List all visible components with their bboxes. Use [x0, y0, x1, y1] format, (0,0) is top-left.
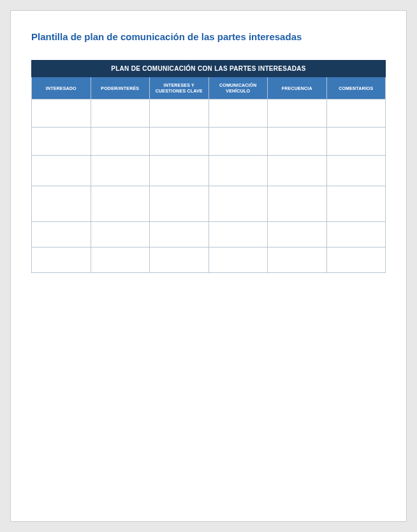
table-cell[interactable] — [91, 222, 150, 248]
col-header-frecuencia: FRECUENCIA — [268, 77, 327, 100]
table-row — [32, 248, 386, 273]
table-cell[interactable] — [268, 100, 327, 128]
table-cell[interactable] — [326, 156, 386, 186]
document-page: Plantilla de plan de comunicación de las… — [10, 10, 407, 522]
table-cell[interactable] — [326, 248, 386, 273]
table-cell[interactable] — [268, 222, 327, 248]
table-cell[interactable] — [91, 156, 150, 186]
table-cell[interactable] — [150, 248, 209, 273]
table-cell[interactable] — [91, 186, 150, 222]
table-container: PLAN DE COMUNICACIÓN CON LAS PARTES INTE… — [31, 60, 386, 273]
table-cell[interactable] — [91, 128, 150, 156]
table-row — [32, 100, 386, 128]
col-header-comunicacion-vehiculo: COMUNICACIÓN VEHÍCULO — [208, 77, 268, 100]
table-column-header-row: INTERESADO PODER/INTERÉS INTERESES Y CUE… — [32, 77, 386, 100]
table-cell[interactable] — [326, 128, 386, 156]
table-cell[interactable] — [91, 248, 150, 273]
table-cell[interactable] — [208, 156, 268, 186]
table-cell[interactable] — [208, 222, 268, 248]
table-cell[interactable] — [150, 128, 209, 156]
table-cell[interactable] — [32, 100, 91, 128]
table-cell[interactable] — [326, 222, 386, 248]
col-header-comentarios: COMENTARIOS — [326, 77, 386, 100]
table-cell[interactable] — [326, 100, 386, 128]
table-cell[interactable] — [208, 248, 268, 273]
table-cell[interactable] — [32, 222, 91, 248]
table-cell[interactable] — [32, 186, 91, 222]
table-row — [32, 128, 386, 156]
col-header-poder-interes: PODER/INTERÉS — [91, 77, 150, 100]
table-body — [32, 100, 386, 273]
page-title: Plantilla de plan de comunicación de las… — [31, 31, 386, 42]
table-cell[interactable] — [150, 100, 209, 128]
table-cell[interactable] — [326, 186, 386, 222]
table-cell[interactable] — [150, 222, 209, 248]
table-cell[interactable] — [150, 186, 209, 222]
table-cell[interactable] — [268, 186, 327, 222]
table-cell[interactable] — [208, 100, 268, 128]
col-header-interesado: INTERESADO — [32, 77, 91, 100]
table-cell[interactable] — [268, 248, 327, 273]
table-main-header: PLAN DE COMUNICACIÓN CON LAS PARTES INTE… — [32, 61, 386, 77]
table-cell[interactable] — [268, 156, 327, 186]
table-row — [32, 222, 386, 248]
table-row — [32, 156, 386, 186]
table-cell[interactable] — [208, 186, 268, 222]
table-cell[interactable] — [91, 100, 150, 128]
table-cell[interactable] — [32, 248, 91, 273]
table-cell[interactable] — [150, 156, 209, 186]
table-row — [32, 186, 386, 222]
table-cell[interactable] — [32, 128, 91, 156]
table-cell[interactable] — [208, 128, 268, 156]
table-cell[interactable] — [268, 128, 327, 156]
col-header-intereses-cuestiones: INTERESES Y CUESTIONES CLAVE — [150, 77, 209, 100]
table-cell[interactable] — [32, 156, 91, 186]
stakeholder-table: PLAN DE COMUNICACIÓN CON LAS PARTES INTE… — [31, 60, 386, 273]
